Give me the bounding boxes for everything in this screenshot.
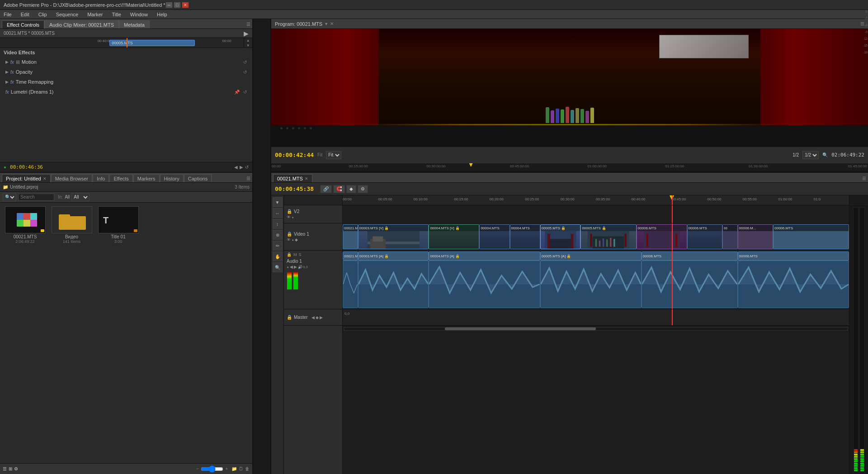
tl-btn-settings[interactable]: ⚙ [358, 185, 368, 193]
track-v1-diamond[interactable]: ◆ [295, 237, 298, 242]
timeline-scrollbar[interactable] [343, 326, 849, 331]
tool-hand[interactable]: ✋ [273, 251, 283, 261]
menu-help[interactable]: Help [155, 11, 169, 18]
effect-row-time-remapping[interactable]: ▶ fx Time Remapping [4, 77, 249, 87]
project-search-input[interactable] [18, 194, 54, 201]
master-prev[interactable]: ◀ [311, 315, 315, 320]
track-v2-eye[interactable]: 👁 [287, 215, 291, 219]
effect-row-opacity[interactable]: ▶ fx Opacity ↺ [4, 67, 249, 77]
lumetri-pin-icon[interactable]: 📌 [234, 90, 240, 95]
tab-metadata[interactable]: Metadata [119, 20, 150, 28]
tab-effects[interactable]: Effects [109, 174, 132, 182]
ec-btn-play[interactable]: ▶ [240, 165, 243, 170]
clip-00006-v2[interactable]: 00006.MTS [687, 224, 722, 249]
tool-select[interactable]: ▼ [273, 197, 283, 207]
project-item-video-folder[interactable]: Видео 141 Items [50, 206, 93, 244]
project-panel-menu[interactable]: ☰ [246, 176, 250, 182]
timeline-panel-menu[interactable]: ☰ [862, 176, 866, 182]
track-v1-sync[interactable]: ⬧ [292, 237, 294, 242]
clip-00006-v1[interactable]: 00006.MTS [637, 224, 687, 249]
project-search-select[interactable]: 🔍 [3, 193, 16, 201]
tab-project[interactable]: Project: Untitled ✕ [2, 174, 51, 182]
effect-row-lumetri[interactable]: fx Lumetri (Dreams 1) 📌 ↺ [4, 87, 249, 97]
tool-ripple[interactable]: ↕ [273, 219, 283, 229]
tool-zoom[interactable]: ⊕ [273, 230, 283, 240]
proj-new-bin-btn[interactable]: 📁 [231, 466, 237, 471]
tab-history[interactable]: History [160, 174, 184, 182]
clip-00004-v1[interactable]: 00004.MTS [V] 🔒 [429, 224, 479, 249]
tab-info[interactable]: Info [93, 174, 109, 182]
proj-clear-btn[interactable]: 🗑 [245, 466, 250, 471]
timeline-scroll-thumb[interactable] [445, 327, 596, 330]
track-master-lock[interactable]: 🔒 [287, 315, 292, 320]
project-item-title01[interactable]: T Title 01 3:00 [97, 206, 140, 244]
clip-extra-3[interactable]: 00006.MTS [773, 224, 849, 249]
track-v1[interactable]: 00021.M 00003.MTS [V] 🔒 [343, 223, 849, 251]
clip-00004-v2[interactable]: 00004.MTS [479, 224, 509, 249]
master-next[interactable]: ▶ [320, 315, 323, 320]
proj-new-item-btn[interactable]: 🗒 [239, 466, 243, 471]
menu-title[interactable]: Title [110, 11, 123, 18]
track-v1-lock[interactable]: 🔒 [287, 232, 292, 237]
track-v2-lock[interactable]: 🔒 [287, 209, 292, 214]
project-item-00021[interactable]: 00021.MTS 2:06:49:22 [4, 206, 47, 244]
tab-captions[interactable]: Captions [184, 174, 212, 182]
clip-00005-v2[interactable]: 00005.MTS 🔒 [580, 224, 636, 249]
track-v2-sync[interactable]: ⬧ [292, 215, 294, 219]
program-fit-select[interactable]: Fit [326, 151, 341, 159]
track-a1-lock[interactable]: 🔒 [287, 252, 292, 257]
clip-00021[interactable]: 00021.M [343, 224, 358, 249]
menu-marker[interactable]: Marker [85, 11, 104, 18]
tool-zoom2[interactable]: 🔍 [273, 262, 283, 272]
clip-00003-v[interactable]: 00003.MTS [V] 🔒 [358, 224, 429, 249]
tab-project-close[interactable]: ✕ [43, 176, 47, 181]
track-a1-prev[interactable]: ◀ [290, 265, 293, 269]
program-zoom-icon[interactable]: 🔍 [822, 152, 828, 157]
program-dropdown-icon[interactable]: ▼ [324, 22, 328, 26]
tab-timeline-seq[interactable]: 00021.MTS ✕ [273, 174, 312, 182]
track-a1[interactable]: 00021.M 00003.MTS [A] 🔒 000 [343, 251, 849, 309]
panel-menu-icon[interactable]: ☰ [246, 22, 250, 28]
menu-file[interactable]: File [2, 11, 14, 18]
opacity-reset-icon[interactable]: ↺ [243, 70, 247, 75]
tab-effect-controls[interactable]: Effect Controls [2, 20, 44, 28]
tl-btn-marker[interactable]: ◆ [346, 185, 356, 193]
tool-razor[interactable]: ↔ [273, 208, 283, 218]
tab-audio-clip-mixer[interactable]: Audio Clip Mixer: 00021.MTS [44, 20, 119, 28]
track-a1-diamond[interactable]: ⬧ [287, 265, 289, 269]
effect-row-motion[interactable]: ▶ fx ⊞ Motion ↺ [4, 57, 249, 67]
maximize-button[interactable]: □ [174, 2, 181, 8]
tool-pen[interactable]: ✏ [273, 241, 283, 251]
timeline-scroll-track[interactable] [344, 327, 848, 331]
clip-00005-selected[interactable]: 00005.MTS 🔒 [540, 224, 581, 249]
clip-extra-1[interactable]: 88 [722, 224, 738, 249]
timeline-seq-close[interactable]: ✕ [305, 176, 308, 181]
close-button[interactable]: ✕ [182, 2, 189, 8]
motion-reset-icon[interactable]: ↺ [243, 60, 247, 65]
clip-extra-2[interactable]: 00006.M... [738, 224, 773, 249]
ec-btn-next[interactable]: ↺ [245, 165, 249, 170]
clip-00004-v3[interactable]: 00004.MTS [510, 224, 540, 249]
master-diamond[interactable]: ◆ [316, 315, 319, 320]
tab-markers[interactable]: Markers [133, 174, 160, 182]
ec-btn-prev[interactable]: ◀ [234, 165, 238, 170]
lumetri-reset-icon[interactable]: ↺ [243, 90, 247, 95]
menu-edit[interactable]: Edit [19, 11, 31, 18]
track-a1-m[interactable]: M [293, 252, 297, 257]
track-a1-s[interactable]: S [299, 252, 302, 257]
tab-media-browser[interactable]: Media Browser [51, 174, 92, 182]
proj-zoom-slider[interactable] [201, 467, 223, 471]
track-v1-eye[interactable]: 👁 [287, 237, 291, 242]
proj-icon-view-btn[interactable]: ⊞ [9, 466, 12, 471]
tl-btn-magnet[interactable]: 🧲 [333, 185, 345, 193]
menu-window[interactable]: Window [128, 11, 150, 18]
ec-scroll-right[interactable]: ▶ [244, 30, 249, 37]
proj-list-view-btn[interactable]: ☰ [3, 466, 7, 471]
search-scope-select[interactable]: All [71, 193, 90, 201]
proj-zoom-in[interactable]: + [225, 466, 228, 471]
tl-btn-link[interactable]: 🔗 [320, 185, 332, 193]
menu-sequence[interactable]: Sequence [54, 11, 80, 18]
proj-free-view-btn[interactable]: ⚙ [14, 466, 18, 471]
program-quality-select[interactable]: 1/2 [802, 151, 819, 159]
menu-clip[interactable]: Clip [37, 11, 49, 18]
